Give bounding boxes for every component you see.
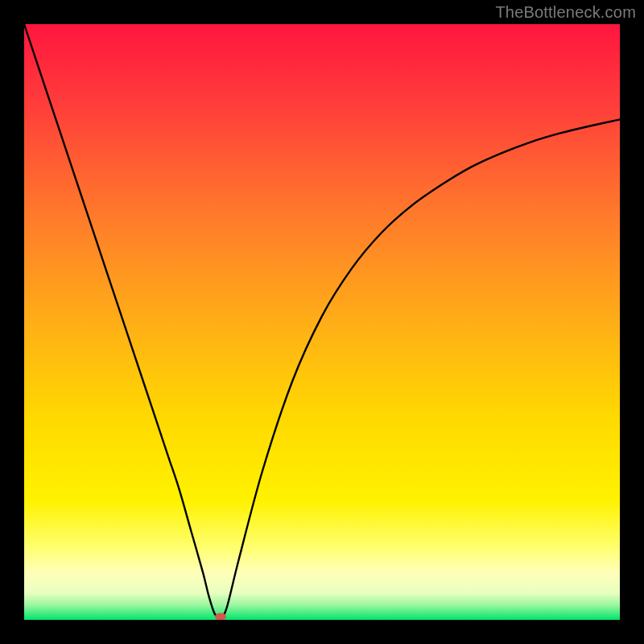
plot-area: [24, 24, 620, 620]
optimum-marker-dot: [215, 613, 226, 620]
chart-container: TheBottleneck.com: [0, 0, 644, 644]
watermark-text: TheBottleneck.com: [495, 3, 636, 22]
bottleneck-curve: [24, 24, 620, 620]
